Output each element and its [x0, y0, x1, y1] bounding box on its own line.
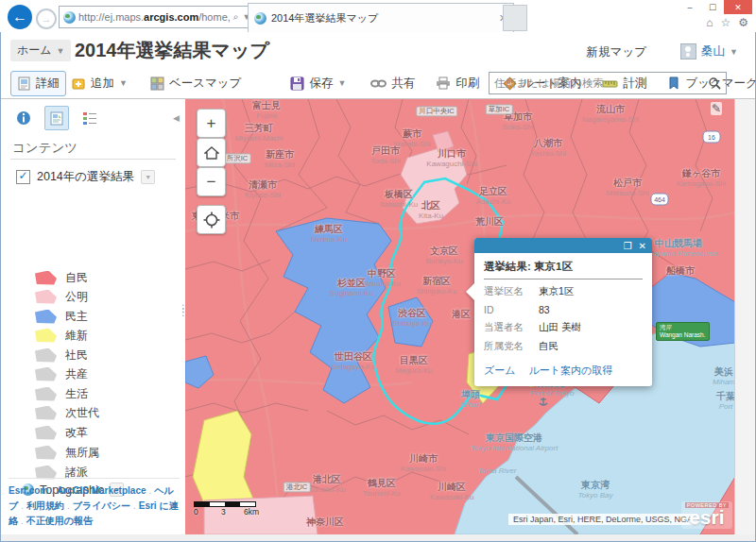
legend-swatch — [35, 426, 57, 440]
legend-item: 無所属 — [35, 444, 99, 461]
window-maximize-button[interactable]: ☐ — [701, 0, 724, 14]
map-place-label: 富士見Fujimi — [252, 100, 281, 121]
user-menu[interactable]: 桑山 ▼ — [680, 43, 738, 59]
map-place-label: 港区 — [452, 309, 471, 320]
contents-heading: コンテンツ — [12, 140, 77, 157]
browser-tab[interactable]: 2014年選挙結果マップ ✕ — [248, 3, 514, 33]
route-shield: 16 — [703, 131, 721, 144]
zoom-in-button[interactable]: + — [197, 109, 226, 138]
map-place-label: 鎌ヶ谷市Kamagaya-Shi — [677, 168, 726, 189]
search-icon[interactable]: ⌕ — [233, 11, 239, 23]
legend-swatch — [35, 310, 57, 324]
legend-item: 共産 — [35, 365, 88, 382]
find-my-location-button[interactable] — [197, 205, 226, 234]
chevron-down-icon: ▼ — [337, 78, 346, 88]
map-place-label: 所沢IC — [224, 146, 251, 164]
share-link-icon — [370, 77, 387, 90]
footer-links: Esri.com.ArcGIS Marketplace.ヘルプ.利用規約.プライ… — [9, 478, 180, 529]
layer-options-icon[interactable]: ▼ — [141, 170, 155, 184]
legend-item: 公明 — [35, 288, 88, 305]
popup-directions-link[interactable]: ルート案内の取得 — [529, 364, 613, 378]
collapse-panel-arrow-icon[interactable]: ◀ — [173, 113, 180, 123]
popup-field: 当選者名山田 美樹 — [484, 321, 643, 334]
popup-maximize-icon[interactable]: ❐ — [624, 241, 632, 251]
footer-link[interactable]: Esri.com — [9, 485, 48, 496]
map-place-label: 新座市Niiza-Shi — [265, 149, 295, 170]
layer-checkbox[interactable]: ✓ — [16, 170, 30, 184]
search-placeholder: 住所または場所の検索 — [494, 76, 708, 91]
popup-zoom-link[interactable]: ズーム — [484, 364, 516, 378]
map-place-label: 松戸市Matsudo-Shi — [607, 178, 649, 198]
window-minimize-button[interactable]: – — [679, 0, 701, 14]
map-place-label: 船橋市 — [666, 265, 695, 277]
page-title: 2014年選挙結果マップ — [75, 38, 269, 63]
popup-close-icon[interactable]: ✕ — [639, 241, 646, 251]
map-place-label: 川口中央IC — [416, 99, 457, 117]
map-place-label: 目黒区Meguro-Ku — [395, 355, 433, 376]
legend-item: 民主 — [35, 308, 88, 325]
legend-tab[interactable] — [78, 107, 101, 129]
footer-link[interactable]: プライバシー — [73, 500, 130, 511]
user-name: 桑山 — [701, 43, 725, 59]
save-button[interactable]: 保存▼ — [284, 72, 352, 95]
footer-link[interactable]: 不正使用の報告 — [26, 516, 93, 526]
details-button[interactable]: 詳細 — [10, 71, 66, 96]
new-map-button[interactable]: 新規マップ — [587, 44, 646, 60]
legend-item: 社民 — [35, 347, 88, 364]
new-tab-button[interactable] — [503, 5, 527, 31]
legend-item: 維新 — [35, 327, 88, 344]
window-bottom-frame — [1, 534, 755, 541]
home-icon — [204, 146, 219, 160]
layer-row[interactable]: ✓ 2014年の選挙結果 ▼ — [16, 169, 155, 185]
address-bar[interactable]: http://ej.maps.arcgis.com/home, ⌕ ▼ ▤ ↻ — [59, 6, 253, 28]
map-place-label: 流山市Nagareyama-Shi — [582, 104, 639, 125]
search-input[interactable]: 住所または場所の検索 — [489, 72, 727, 94]
map-place-label: 川崎区Kawasaki-Ku — [430, 482, 474, 502]
map-place-label: 文京区Bunkyo-Ku — [425, 246, 462, 266]
popup-field: ID83 — [484, 304, 643, 315]
zoom-out-button[interactable]: − — [197, 167, 226, 196]
footer-link[interactable]: 利用規約 — [26, 500, 64, 511]
home-icon[interactable]: ⌂ — [706, 16, 713, 29]
layer-name: 2014年の選挙結果 — [37, 169, 134, 185]
about-tab[interactable] — [12, 107, 35, 129]
home-menu-button[interactable]: ホーム▼ — [10, 40, 71, 61]
tab-favicon — [254, 12, 266, 25]
search-icon[interactable] — [708, 76, 721, 90]
map-place-label: 川口市Kawaguchi-Shi — [426, 148, 476, 169]
browser-back-button[interactable]: ← — [8, 5, 32, 29]
map-canvas[interactable]: 富士見Fujimi 三芳町Miyoshi-Machi 新座市Niiza-Shi … — [185, 99, 735, 534]
map-place-label: 八潮市Yashio-Shi — [530, 138, 566, 159]
edit-pencil-icon[interactable]: ✎ — [711, 102, 722, 115]
chevron-down-icon: ▼ — [57, 46, 65, 56]
app-header: ホーム▼ 2014年選挙結果マップ 新規マップ 桑山 ▼ — [1, 32, 755, 68]
map-place-label: Tama River — [478, 466, 517, 476]
map-place-label: 北区Kita-Ku — [419, 200, 443, 221]
share-button[interactable]: 共有 — [365, 72, 421, 95]
legend-item: 次世代 — [35, 404, 99, 421]
popup-title: 選挙結果: 東京1区 — [484, 260, 643, 279]
info-icon — [16, 110, 31, 126]
print-button[interactable]: 印刷 — [430, 72, 485, 95]
legend-icon — [82, 111, 97, 125]
settings-gear-icon[interactable]: ⚙ — [738, 16, 748, 29]
window-close-button[interactable]: ✕ — [724, 0, 752, 14]
default-extent-button[interactable] — [197, 138, 226, 167]
map-place-label: 美浜Miham — [713, 366, 735, 387]
map-place-label: 足立区Adachi-Ku — [476, 186, 511, 207]
footer-link[interactable]: ArcGIS Marketplace — [57, 485, 146, 496]
add-button[interactable]: 追加▼ — [66, 72, 133, 95]
map-place-label: 蕨市Warabi-Shi — [393, 128, 430, 149]
map-place-label: 荒川区 — [475, 216, 504, 228]
map-place-label: 千葉Port — [716, 391, 735, 412]
content-tab[interactable] — [44, 106, 69, 130]
map-place-label: 東京国際空港Tokyo International Airport — [471, 432, 558, 453]
map-place-label: 草加IC — [486, 99, 513, 116]
browser-forward-button[interactable]: → — [36, 8, 57, 29]
basemap-button[interactable]: ベースマップ — [145, 72, 247, 95]
legend-swatch — [35, 329, 57, 343]
site-favicon — [63, 11, 76, 24]
favorites-star-icon[interactable]: ☆ — [720, 16, 730, 29]
map-place-label: 板橋区Itabashi-Ku — [380, 189, 418, 210]
basemap-icon — [150, 76, 164, 91]
